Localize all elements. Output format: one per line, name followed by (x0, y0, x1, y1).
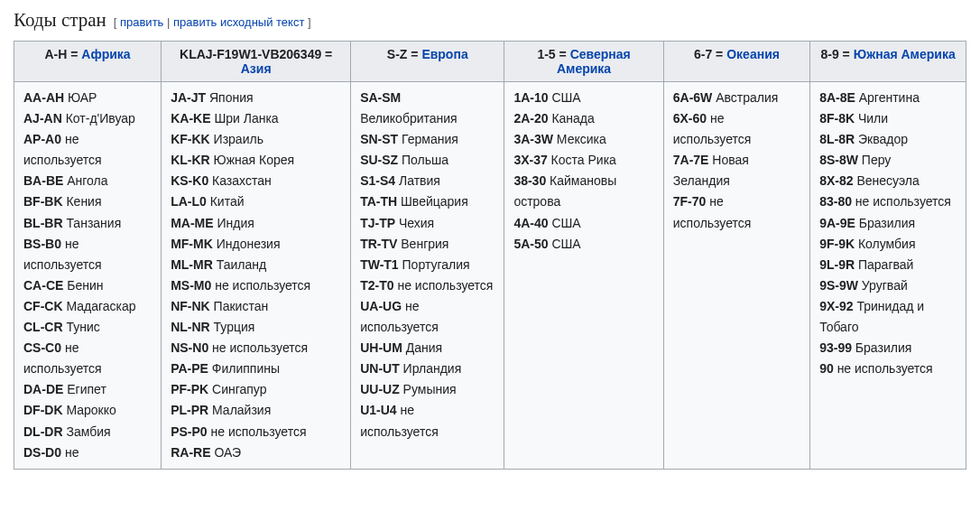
code-range: 7A-7E (673, 153, 709, 167)
code-label: не используется (208, 340, 308, 355)
code-label: Аргентина (855, 90, 920, 105)
code-label: Замбия (63, 424, 111, 439)
code-range: 9L-9R (819, 257, 855, 272)
code-label: Великобритания (360, 111, 458, 126)
column-cell: SA-SM ВеликобританияSN-ST ГерманияSU-SZ … (351, 82, 504, 470)
code-range: SU-SZ (360, 153, 398, 167)
code-range: 83-80 (819, 194, 852, 209)
code-label: Уругвай (858, 278, 908, 293)
region-link[interactable]: Океания (726, 47, 780, 61)
code-label: Кот-д'Ивуар (62, 111, 135, 126)
region-link[interactable]: Африка (81, 47, 130, 61)
code-label: Турция (210, 320, 255, 334)
code-range: BA-BE (23, 173, 63, 188)
code-range: 8A-8E (819, 90, 855, 105)
code-range: DF-DK (23, 403, 63, 417)
code-label: Румыния (400, 382, 457, 396)
code-range: ML-MR (171, 257, 213, 272)
code-range: 4A-40 (513, 216, 548, 230)
column-cell: AA-AH ЮАРAJ-AN Кот-д'ИвуарAP-A0 не испол… (14, 82, 162, 470)
code-label: Казахстан (208, 173, 272, 188)
code-range: TJ-TP (360, 216, 395, 230)
code-range: CA-CE (23, 278, 63, 293)
code-range: KL-KR (171, 153, 210, 167)
code-range: 93-99 (819, 340, 852, 355)
code-label: Австралия (712, 90, 778, 105)
code-range: RA-RE (171, 445, 210, 460)
code-label: Сингапур (208, 382, 266, 396)
code-label: Индонезия (213, 237, 281, 251)
column-cell: 8A-8E Аргентина8F-8K Чили8L-8R Эквадор8S… (810, 82, 966, 470)
code-label: Швейцария (397, 194, 468, 209)
code-label: Ангола (63, 173, 107, 188)
code-range: CF-CK (23, 299, 63, 313)
code-range: BS-B0 (23, 237, 61, 251)
code-label: не используется (852, 194, 951, 209)
region-link[interactable]: Южная Америка (854, 47, 956, 61)
code-range: 8S-8W (819, 153, 858, 167)
region-link[interactable]: Европа (421, 47, 467, 61)
code-label: Малайзия (208, 403, 271, 417)
code-range: 5A-50 (513, 237, 548, 251)
code-range: DA-DE (23, 382, 63, 396)
code-label: Шри Ланка (211, 111, 279, 126)
code-label: Кения (63, 194, 102, 209)
code-range: LA-L0 (171, 194, 207, 209)
region-link[interactable]: Азия (241, 61, 272, 76)
code-range: 9A-9E (819, 216, 855, 230)
code-label: Венесуэла (854, 173, 920, 188)
section-heading: Коды стран [ править | править исходный … (14, 9, 966, 32)
code-range: KF-KK (171, 132, 210, 146)
code-range: U1-U4 (360, 403, 396, 417)
code-range: DL-DR (23, 424, 63, 439)
code-range: UU-UZ (360, 382, 400, 396)
code-range: NL-NR (171, 320, 210, 334)
code-range: DS-D0 (23, 445, 61, 460)
code-range: PF-PK (171, 382, 208, 396)
code-range: TR-TV (360, 237, 397, 251)
code-range: CL-CR (23, 320, 63, 334)
code-range: 1A-10 (513, 90, 548, 105)
column-header: KLAJ-F19W1-VB206349 = Азия (162, 42, 351, 82)
code-label: не используется (394, 278, 494, 293)
code-label: Бразилия (855, 216, 915, 230)
table-body-row: AA-AH ЮАРAJ-AN Кот-д'ИвуарAP-A0 не испол… (14, 82, 966, 470)
code-label: Чили (855, 111, 888, 126)
code-label: Канада (549, 111, 595, 126)
code-label: Португалия (399, 257, 470, 272)
code-range: CS-C0 (23, 340, 61, 355)
code-label: США (549, 237, 581, 251)
code-range: NF-NK (171, 299, 210, 313)
code-label: Венгрия (397, 237, 448, 251)
edit-section: [ править | править исходный текст ] (114, 15, 311, 29)
code-range: 38-30 (513, 173, 546, 188)
code-range: BF-BK (23, 194, 63, 209)
code-range: KA-KE (171, 111, 210, 126)
code-range: 2A-20 (513, 111, 548, 126)
column-header: 8-9 = Южная Америка (810, 42, 966, 82)
edit-link[interactable]: править (120, 15, 163, 29)
code-label: Танзания (63, 216, 122, 230)
code-label: Мексика (553, 132, 606, 146)
edit-source-link[interactable]: править исходный текст (173, 15, 304, 29)
code-range: KS-K0 (171, 173, 208, 188)
code-label: Чехия (395, 216, 434, 230)
code-range: AP-A0 (23, 132, 61, 146)
code-label: Тунис (63, 320, 100, 334)
code-label: Парагвай (855, 257, 913, 272)
code-range: 3A-3W (513, 132, 553, 146)
code-range: 8X-82 (819, 173, 853, 188)
code-label: Перу (858, 153, 891, 167)
country-codes-table: A-H = АфрикаKLAJ-F19W1-VB206349 = АзияS-… (14, 41, 966, 470)
code-range: MA-ME (171, 216, 213, 230)
code-label: ЮАР (64, 90, 97, 105)
code-label: Таиланд (213, 257, 266, 272)
code-label: Китай (207, 194, 245, 209)
code-label: не используется (211, 278, 310, 293)
code-range: PS-P0 (171, 424, 207, 439)
header-prefix: S-Z = (387, 47, 422, 61)
table-header-row: A-H = АфрикаKLAJ-F19W1-VB206349 = АзияS-… (14, 42, 966, 82)
code-range: 6X-60 (673, 111, 707, 126)
code-label: Южная Корея (210, 153, 294, 167)
code-label: Ирландия (400, 361, 462, 376)
